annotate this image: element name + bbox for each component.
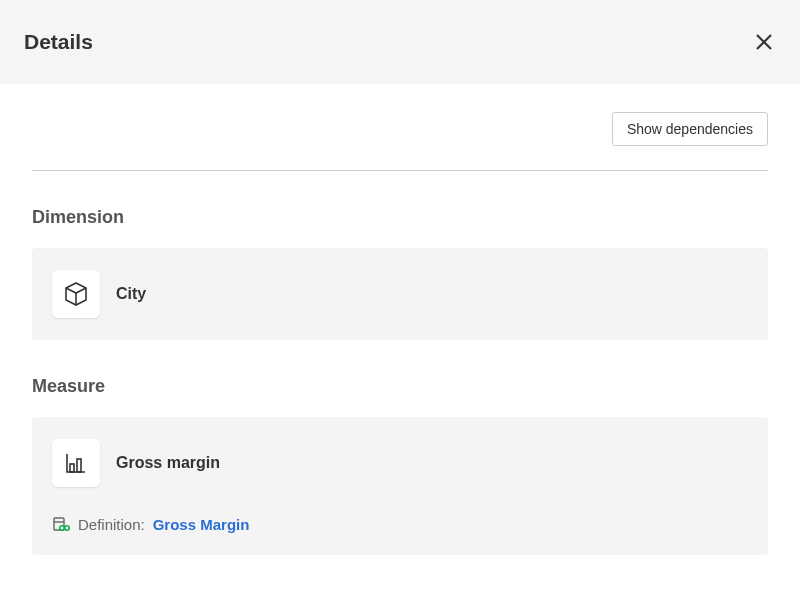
bar-chart-icon — [62, 449, 90, 477]
dimension-row: City — [52, 270, 748, 318]
definition-link[interactable]: Gross Margin — [153, 516, 250, 533]
close-button[interactable] — [752, 30, 776, 54]
toolbar: Show dependencies — [32, 84, 768, 170]
dimension-icon-box — [52, 270, 100, 318]
dimension-section-title: Dimension — [32, 207, 768, 228]
details-header: Details — [0, 0, 800, 84]
measure-section-title: Measure — [32, 376, 768, 397]
dimension-section: Dimension City — [32, 207, 768, 340]
master-item-icon — [52, 515, 70, 533]
page-title: Details — [24, 30, 93, 54]
measure-section: Measure Gross margin — [32, 376, 768, 555]
svg-rect-2 — [70, 464, 74, 472]
show-dependencies-button[interactable]: Show dependencies — [612, 112, 768, 146]
dimension-card: City — [32, 248, 768, 340]
divider — [32, 170, 768, 171]
dimension-label: City — [116, 285, 146, 303]
definition-label: Definition: — [78, 516, 145, 533]
measure-label: Gross margin — [116, 454, 220, 472]
measure-card: Gross margin Definition: Gross Margin — [32, 417, 768, 555]
details-content: Show dependencies Dimension City Measure — [0, 84, 800, 555]
cube-icon — [62, 280, 90, 308]
close-icon — [755, 33, 773, 51]
svg-point-7 — [65, 526, 69, 530]
definition-row: Definition: Gross Margin — [52, 515, 748, 533]
svg-point-6 — [60, 526, 64, 530]
svg-rect-3 — [77, 459, 81, 472]
measure-icon-box — [52, 439, 100, 487]
measure-row: Gross margin — [52, 439, 748, 487]
